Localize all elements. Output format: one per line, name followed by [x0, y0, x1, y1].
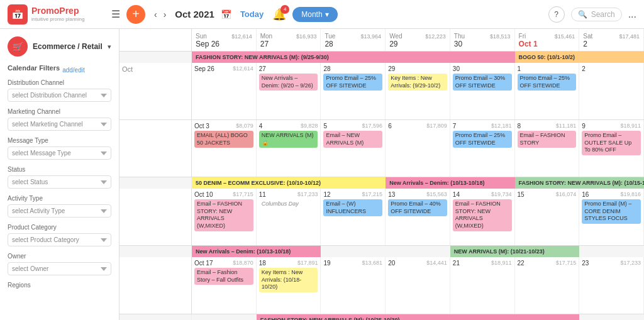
- filters-add-edit[interactable]: add/edit: [62, 67, 85, 74]
- calendar-cell[interactable]: 15$16,074: [515, 189, 580, 245]
- span-empty: [321, 246, 450, 257]
- main-layout: 🛒 Ecommerce / Retail ▾ Calendar Filters …: [0, 29, 644, 320]
- calendar-cell[interactable]: 28 Promo Email – 25% OFF SITEWIDE: [321, 63, 386, 119]
- calendar-cell[interactable]: 8$11,181 Email – FASHION STORY: [515, 120, 580, 177]
- filter-select[interactable]: select Marketing Channel: [8, 118, 111, 131]
- prev-month-button[interactable]: ‹: [152, 8, 160, 21]
- week-2-cells: Oct 3$8,079 EMAIL (ALL) BOGO 50 JACKETS …: [119, 120, 644, 177]
- filter-select[interactable]: select Status: [8, 175, 111, 189]
- event-pill[interactable]: EMAIL (ALL) BOGO 50 JACKETS: [194, 131, 253, 148]
- event-pill[interactable]: Promo Email – OUTLET SALE Up To 80% OFF: [582, 131, 641, 155]
- calendar-cell[interactable]: 6$17,809: [386, 120, 450, 177]
- calendar-cell[interactable]: 11$17,233 Columbus Day: [257, 189, 321, 245]
- filter-label: Activity Type: [8, 195, 111, 202]
- event-pill[interactable]: Email – Fashion Story – Fall Outfits: [194, 268, 253, 285]
- span-event[interactable]: New Arrivals – Denim: (10/13-10/18): [192, 246, 321, 257]
- filter-section: Marketing Channel select Marketing Chann…: [8, 108, 111, 131]
- calendar-filters-section: Calendar Filters add/edit Distribution C…: [8, 64, 111, 289]
- calendar-cell[interactable]: 2: [579, 63, 644, 119]
- help-button[interactable]: ?: [548, 6, 565, 23]
- week-4: New Arrivals – Denim: (10/13-10/18) NEW …: [119, 246, 644, 314]
- next-month-button[interactable]: ›: [161, 8, 169, 21]
- span-event[interactable]: NEW ARRIVALS (M): (10/21-10/23): [450, 246, 579, 257]
- event-pill[interactable]: Promo Email – 30% OFF SITEWIDE: [453, 74, 512, 91]
- month-display: Oct 2021: [175, 9, 214, 19]
- span-event[interactable]: New Arrivals – Denim: (10/13-10/18): [386, 177, 514, 189]
- add-event-button[interactable]: +: [126, 5, 145, 24]
- calendar-cell[interactable]: 5$17,596 Email – NEW ARRIVALS (M): [321, 120, 386, 177]
- event-pill[interactable]: Email – NEW ARRIVALS (M): [323, 131, 382, 148]
- event-pill[interactable]: NEW ARRIVALS (M) 🔒: [259, 131, 318, 148]
- event-pill[interactable]: Promo Email – 25% OFF SITEWIDE: [323, 74, 382, 91]
- calendar-cell[interactable]: 21$18,911: [450, 257, 515, 314]
- calendar-cell[interactable]: 9$18,911 Promo Email – OUTLET SALE Up To…: [579, 120, 644, 177]
- calendar-cell[interactable]: 4$9,828 NEW ARRIVALS (M) 🔒: [257, 120, 321, 177]
- event-pill[interactable]: Promo Email – 25% OFF SITEWIDE: [518, 74, 577, 91]
- calendar-cell[interactable]: 22$17,715: [515, 257, 580, 314]
- filter-section: Regions: [8, 282, 111, 289]
- search-label: Search: [591, 10, 615, 19]
- filter-select[interactable]: select Product Category: [8, 233, 111, 246]
- sidebar-week-label: Oct: [119, 63, 192, 119]
- search-box[interactable]: 🔍 Search: [571, 8, 622, 21]
- sidebar-week-label: [119, 189, 192, 245]
- more-options-button[interactable]: ...: [628, 9, 636, 20]
- event-pill[interactable]: Email – FASHION STORY: [518, 131, 577, 148]
- account-name: Ecommerce / Retail: [33, 42, 103, 51]
- logo-area: 📅 PromoPrep intuitive promo planning: [8, 4, 105, 25]
- notifications-bell[interactable]: 🔔 4: [272, 8, 286, 21]
- span-event[interactable]: 50 DENIM – ECOMM EXCLUSIVE: (10/10-10/12…: [192, 177, 386, 189]
- calendar-cell[interactable]: 19$13,681: [321, 257, 386, 314]
- calendar-cell[interactable]: 30 Promo Email – 30% OFF SITEWIDE: [450, 63, 515, 119]
- event-pill[interactable]: Email – FASHION STORY: NEW ARRIVALS (W,M…: [453, 199, 512, 231]
- filter-select[interactable]: select Owner: [8, 262, 111, 275]
- event-pill[interactable]: Promo Email – 40% OFF SITEWIDE: [388, 199, 447, 216]
- calendar-cell[interactable]: 23$17,233: [579, 257, 644, 314]
- week-4-cells: Oct 17$18,870 Email – Fashion Story – Fa…: [119, 257, 644, 314]
- holiday-label: Columbus Day: [259, 199, 318, 209]
- event-pill[interactable]: Key Items : New Arrivals: (9/29-10/2): [388, 74, 447, 91]
- calendar-grid: Sun $12,614 Sep 26 Mon $16,933 27 Tue $1: [119, 29, 644, 320]
- calendar-cell[interactable]: Oct 17$18,870 Email – Fashion Story – Fa…: [192, 257, 257, 314]
- span-event[interactable]: FASHION STORY: NEW ARRIVALS (M): (9/25-9…: [192, 52, 515, 63]
- calendar-cell[interactable]: 7$12,181 Promo Email – 25% OFF SITEWIDE: [450, 120, 515, 177]
- event-pill[interactable]: Key Items : New Arrivals: (10/18-10/20): [259, 268, 318, 292]
- span-event[interactable]: BOGO 50: (10/1-10/2): [515, 52, 644, 63]
- calendar-cell[interactable]: Oct 3$8,079 EMAIL (ALL) BOGO 50 JACKETS: [192, 120, 257, 177]
- calendar-cell[interactable]: 29 Key Items : New Arrivals: (9/29-10/2): [386, 63, 450, 119]
- logo-name: PromoPrep: [31, 6, 85, 16]
- event-pill[interactable]: Promo Email (M) – CORE DENIM STYLES FOCU…: [582, 199, 641, 224]
- filter-select[interactable]: select Distribution Channel: [8, 89, 111, 102]
- span-event[interactable]: FASHION STORY: NEW ARRIVALS (M): (10/25-…: [257, 314, 580, 320]
- event-pill[interactable]: Promo Email – 25% OFF SITEWIDE: [453, 131, 512, 148]
- filter-select[interactable]: select Activity Type: [8, 204, 111, 218]
- day-header-tue: Tue $13,964 28: [321, 29, 386, 51]
- calendar-cell[interactable]: 14$19,734 Email – FASHION STORY: NEW ARR…: [450, 189, 515, 245]
- calendar-cell[interactable]: 1 Promo Email – 25% OFF SITEWIDE: [515, 63, 580, 119]
- event-pill[interactable]: Email – (W) INFLUENCERS: [323, 199, 382, 216]
- day-header-wed: Wed $12,223 29: [386, 29, 450, 51]
- filter-label: Marketing Channel: [8, 108, 111, 115]
- filter-select[interactable]: select Message Type: [8, 146, 111, 160]
- month-view-button[interactable]: Month ▾: [292, 7, 337, 22]
- hamburger-button[interactable]: ☰: [111, 8, 120, 20]
- account-chevron-icon[interactable]: ▾: [108, 43, 111, 51]
- span-event[interactable]: FASHION STORY: NEW ARRIVALS (M): (10/15-…: [515, 177, 644, 189]
- calendar-cell[interactable]: 12$17,215 Email – (W) INFLUENCERS: [321, 189, 386, 245]
- calendar-cell[interactable]: 16$19,816 Promo Email (M) – CORE DENIM S…: [579, 189, 644, 245]
- calendar-cell[interactable]: 20$14,441: [386, 257, 450, 314]
- logo-icon: 📅: [8, 4, 28, 25]
- sidebar-account-header: 🛒 Ecommerce / Retail ▾: [8, 36, 111, 57]
- week-1-cells: Oct Sep 26$12,614 27 New Arrivals – Deni…: [119, 63, 644, 119]
- calendar-cell[interactable]: 13$15,563 Promo Email – 40% OFF SITEWIDE: [386, 189, 450, 245]
- event-pill[interactable]: Email – FASHION STORY: NEW ARRIVALS (W,M…: [194, 199, 253, 231]
- calendar-cell[interactable]: 18$17,891 Key Items : New Arrivals: (10/…: [257, 257, 321, 314]
- calendar-cell[interactable]: 27 New Arrivals – Denim: (9/20 – 9/26): [257, 63, 321, 119]
- week-3-cells: Oct 10$17,715 Email – FASHION STORY: NEW…: [119, 189, 644, 245]
- calendar-icon[interactable]: 📅: [221, 9, 231, 19]
- event-pill[interactable]: New Arrivals – Denim: (9/20 – 9/26): [259, 74, 318, 91]
- calendar-cell[interactable]: Sep 26$12,614: [192, 63, 257, 119]
- today-button[interactable]: Today: [238, 9, 266, 19]
- search-icon: 🔍: [578, 10, 587, 19]
- calendar-cell[interactable]: Oct 10$17,715 Email – FASHION STORY: NEW…: [192, 189, 257, 245]
